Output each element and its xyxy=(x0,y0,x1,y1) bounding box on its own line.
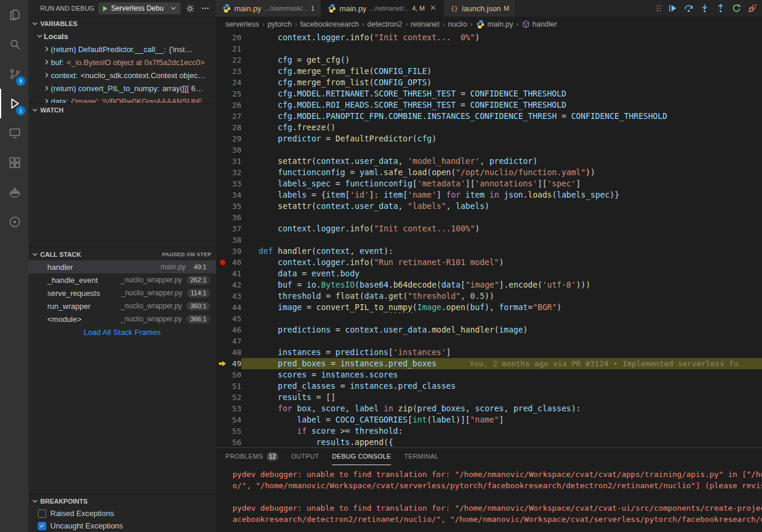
code-line-48: 48 instances = predictions['instances'] xyxy=(216,347,762,358)
drag-handle[interactable] xyxy=(656,4,661,13)
code-text: context.logger.info("Init context... 0%"… xyxy=(241,32,762,43)
activity-bar-docker[interactable] xyxy=(0,178,28,207)
debug-config-dropdown[interactable]: Serverless Debu xyxy=(98,2,180,14)
code-text: pred_classes = instances.pred_classes xyxy=(241,381,762,392)
stack-frame-row[interactable]: <module>_nuclio_wrapper.py366:1 xyxy=(28,312,216,325)
panel-tabs: PROBLEMS12OUTPUTDEBUG CONSOLETERMINAL xyxy=(216,448,762,465)
line-number: 25 xyxy=(229,88,241,99)
continue-button[interactable] xyxy=(668,4,677,13)
variables-section-header[interactable]: VARIABLES xyxy=(28,17,216,30)
panel-tab-problems[interactable]: PROBLEMS12 xyxy=(225,448,278,465)
editor-tab-main.py[interactable]: main.py.../siammask/...1 xyxy=(216,0,321,17)
activity-bar-remote-explorer[interactable] xyxy=(0,118,28,148)
breakpoint-row[interactable]: Raised Exceptions xyxy=(28,507,216,520)
breadcrumb-item-retinanet[interactable]: retinanet xyxy=(411,20,440,28)
tab-decoration: M xyxy=(504,5,509,12)
code-text: cfg.freeze() xyxy=(241,122,762,133)
variable-row[interactable]: buf:<_io.BytesIO object at 0x7f5a2dc1ecc… xyxy=(28,56,216,69)
code-text: instances = predictions['instances'] xyxy=(241,347,762,358)
panel-tab-terminal[interactable]: TERMINAL xyxy=(404,448,438,465)
code-line-54: 54 label = COCO_CATEGORIES[int(label)]["… xyxy=(216,414,762,425)
code-text: buf = io.BytesIO(base64.b64decode(data["… xyxy=(241,279,762,291)
variable-row[interactable]: (return) convert_PIL_to_numpy:array([[[ … xyxy=(28,82,216,95)
breadcrumb-item-nuclio[interactable]: nuclio xyxy=(448,20,467,28)
breadcrumb-item-facebookresearch[interactable]: facebookresearch xyxy=(300,20,359,28)
activity-bar-source-control[interactable]: 8 xyxy=(0,59,28,89)
breadcrumb-item-pytorch[interactable]: pytorch xyxy=(267,20,292,28)
breakpoint-checkbox[interactable]: ✓ xyxy=(38,522,46,530)
code-text: threshold = float(data.get("threshold", … xyxy=(241,291,762,302)
python-icon xyxy=(327,4,337,13)
activity-bar-circle-plugin[interactable] xyxy=(0,207,28,237)
circle-plugin-icon xyxy=(8,215,22,229)
code-text: labels = {item['id']: item['name'] for i… xyxy=(241,189,762,201)
editor-tab-main.py[interactable]: main.py.../retinanet/...4, M xyxy=(321,0,444,17)
code-text: image = convert_PIL_to_numpy(Image.open(… xyxy=(241,302,762,313)
stack-frame-row[interactable]: handlermain.py49:1 xyxy=(28,260,216,273)
line-number: 52 xyxy=(229,392,241,403)
restart-button[interactable] xyxy=(732,4,741,13)
panel-tab-output[interactable]: OUTPUT xyxy=(291,448,319,465)
more-actions-icon[interactable] xyxy=(199,2,211,14)
variable-row[interactable]: context:<nuclio_sdk.context.Context obje… xyxy=(28,69,216,82)
gutter-cell[interactable] xyxy=(216,260,229,265)
panel-tab-label: OUTPUT xyxy=(291,453,319,460)
variable-value: {'image': 'iVBORw0KGgoAAAANSUhE… xyxy=(71,97,210,104)
variable-row[interactable]: (return) DefaultPredictor.__call__:{'ins… xyxy=(28,43,216,56)
breadcrumb-item-detectron2[interactable]: detectron2 xyxy=(367,20,402,28)
breakpoint-checkbox[interactable] xyxy=(38,510,46,518)
sidebar-header: RUN AND DEBUG Serverless Debu xyxy=(28,0,216,17)
breadcrumb-item-serverless[interactable]: serverless xyxy=(225,20,259,28)
activity-bar-explorer[interactable] xyxy=(0,0,28,30)
breakpoints-section-header[interactable]: BREAKPOINTS xyxy=(28,494,216,507)
debug-console-output[interactable]: pydev debugger: unable to find translati… xyxy=(216,465,762,532)
load-all-stack-frames-link[interactable]: Load All Stack Frames xyxy=(28,325,216,338)
start-debugging-icon[interactable] xyxy=(101,5,109,12)
line-number: 23 xyxy=(229,66,241,77)
chevron-right-icon xyxy=(43,97,51,103)
code-line-37: 37 context.logger.info("Init context...1… xyxy=(216,223,762,234)
disconnect-button[interactable] xyxy=(748,4,757,13)
watch-section-header[interactable]: WATCH xyxy=(28,103,216,116)
chevron-down-icon xyxy=(31,106,39,114)
frame-function: serve_requests xyxy=(47,289,100,298)
variables-list: Locals(return) DefaultPredictor.__call__… xyxy=(28,30,216,103)
activity-bar-search[interactable] xyxy=(0,30,28,59)
activity-bar-extensions[interactable] xyxy=(0,148,28,178)
code-editor[interactable]: 20 context.logger.info("Init context... … xyxy=(216,32,762,447)
stack-frame-row[interactable]: run_wrapper_nuclio_wrapper.py360:1 xyxy=(28,299,216,312)
code-text: context.logger.info("Run retinanet-R101 … xyxy=(241,257,762,268)
line-number: 33 xyxy=(229,178,241,189)
activity-bar-run-and-debug[interactable]: 1 xyxy=(0,89,28,118)
frame-function: _handle_event xyxy=(47,276,98,285)
line-number: 39 xyxy=(229,246,241,257)
gear-icon[interactable] xyxy=(184,2,196,14)
line-number: 35 xyxy=(229,201,241,212)
step-into-button[interactable] xyxy=(700,4,709,13)
breadcrumb-separator: › xyxy=(362,20,364,28)
variable-value: <_io.BytesIO object at 0x7f5a2dc1ecc0> xyxy=(67,58,205,67)
call-stack-section-header[interactable]: CALL STACK PAUSED ON STEP xyxy=(28,247,216,260)
breadcrumb-label: detectron2 xyxy=(367,20,402,28)
gutter-cell[interactable] xyxy=(216,360,229,367)
code-text: label = COCO_CATEGORIES[int(label)]["nam… xyxy=(241,414,762,425)
line-number: 32 xyxy=(229,167,241,178)
frame-file: _nuclio_wrapper.py xyxy=(121,302,182,310)
step-over-button[interactable] xyxy=(684,4,693,13)
tab-label: main.py xyxy=(234,4,261,13)
close-icon[interactable] xyxy=(429,4,437,14)
stack-frame-row[interactable]: _handle_event_nuclio_wrapper.py262:1 xyxy=(28,273,216,286)
code-line-25: 25 cfg.MODEL.RETINANET.SCORE_THRESH_TEST… xyxy=(216,88,762,99)
watch-body xyxy=(28,116,216,247)
panel-tab-debug-console[interactable]: DEBUG CONSOLE xyxy=(332,448,391,465)
editor-tab-launch.json[interactable]: {}launch.jsonM xyxy=(444,0,516,17)
step-out-button[interactable] xyxy=(716,4,725,13)
variables-scope-locals[interactable]: Locals xyxy=(28,30,216,43)
breadcrumb-item-main.py[interactable]: main.py xyxy=(476,20,514,29)
breadcrumb-item-handler[interactable]: handler xyxy=(522,20,557,28)
code-line-33: 33 labels_spec = functionconfig['metadat… xyxy=(216,178,762,189)
variable-row[interactable]: data:{'image': 'iVBORw0KGgoAAAANSUhE… xyxy=(28,95,216,103)
stack-frame-row[interactable]: serve_requests_nuclio_wrapper.py114:1 xyxy=(28,286,216,299)
line-number: 40 xyxy=(229,257,241,268)
breakpoint-row[interactable]: ✓Uncaught Exceptions xyxy=(28,520,216,532)
